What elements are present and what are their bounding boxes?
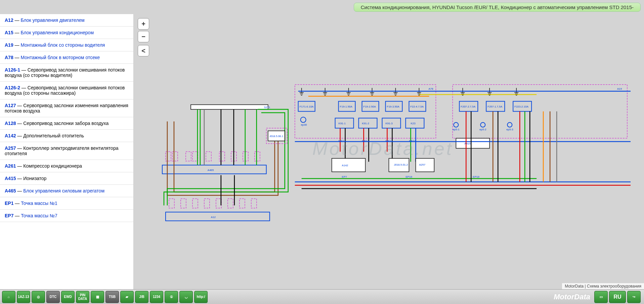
svg-rect-5 (192, 152, 198, 161)
svg-text:A12: A12 (211, 216, 216, 219)
svg-text:A465: A465 (208, 169, 214, 172)
component-code: A142 (5, 133, 16, 138)
list-item[interactable]: EP1 — Точка массы №1 (0, 197, 133, 210)
svg-rect-19 (240, 199, 245, 208)
svg-text:J018.5.06.1: J018.5.06.1 (269, 135, 284, 138)
car-location-button[interactable]: ▰ (120, 291, 134, 303)
svg-rect-17 (216, 199, 221, 208)
svg-point-69 (301, 117, 306, 123)
help-button[interactable]: ▭ (594, 291, 608, 303)
list-item[interactable]: A415 — Ионизатор (0, 172, 133, 185)
svg-rect-16 (204, 199, 210, 208)
list-item[interactable]: A12 — Блок управления двигателем (0, 14, 133, 27)
component-code: EP1 (5, 201, 13, 206)
svg-text:F22-4.7,5A: F22-4.7,5A (410, 105, 424, 108)
svg-text:ep5-2: ep5-2 (479, 128, 486, 131)
zoom-in-button[interactable]: + (138, 18, 149, 30)
list-item[interactable]: A257 — Контроллер электродвигателя венти… (0, 142, 133, 160)
list-item[interactable]: A15 — Блок управления кондиционером (0, 27, 133, 39)
component-desc: Монтажный блок в моторном отсеке (20, 55, 100, 60)
svg-rect-18 (228, 199, 233, 208)
svg-text:ME11: ME11 (339, 139, 346, 142)
svg-text:F207-2.7,5A: F207-2.7,5A (461, 105, 476, 108)
component-desc: Сервопривод заслонки смешивания потоков … (5, 67, 125, 78)
header-bar: Система кондиционирования, HYUNDAI Tucso… (0, 0, 644, 14)
home-button[interactable]: ⌂ (2, 291, 15, 303)
component-desc: Дополнительный отопитель (23, 133, 84, 138)
svg-text:F171-6.10A: F171-6.10A (300, 105, 314, 108)
svg-text:F257-1.7,5A: F257-1.7,5A (487, 105, 503, 108)
ewd-button[interactable]: EWD (61, 291, 75, 303)
svg-rect-10 (255, 152, 260, 161)
tsb-button[interactable]: TSB (105, 291, 119, 303)
svg-text:ME11: ME11 (386, 139, 393, 142)
component-desc: Блок управления двигателем (20, 17, 84, 23)
svg-rect-13 (169, 199, 174, 208)
brake-button[interactable]: ◎ (32, 291, 45, 303)
svg-rect-20 (251, 199, 257, 208)
component-code: A127 (5, 103, 16, 108)
back-button[interactable]: < (138, 45, 149, 56)
diagram-canvas[interactable]: + − < S271 A465 (134, 14, 644, 289)
component-desc: Блок управления кондиционером (20, 30, 94, 35)
svg-text:A78: A78 (428, 87, 433, 90)
exit-button[interactable]: ↪ (627, 291, 641, 303)
svg-text:A415: A415 (464, 142, 471, 145)
list-item[interactable]: A142 — Дополнительный отопитель (0, 130, 133, 142)
component-code: A261 (5, 163, 16, 169)
component-code: A15 (5, 30, 13, 35)
list-item[interactable]: A128 — Сервопривод заслонки забора возду… (0, 117, 133, 130)
zoom-out-button[interactable]: − (138, 31, 149, 42)
svg-text:A19: A19 (617, 87, 622, 90)
list-item[interactable]: A261 — Компрессор кондиционера (0, 160, 133, 172)
engine-button[interactable]: 1AZ-13 (17, 291, 30, 303)
list-item[interactable]: A126-2 — Сервопривод заслонки смешивания… (0, 82, 133, 99)
component-desc: Монтажный блок со стороны водителя (20, 42, 105, 48)
component-code: A257 (5, 145, 16, 151)
svg-text:EP19: EP19 (405, 175, 412, 178)
svg-rect-7 (219, 152, 225, 161)
grid-button[interactable]: 1234 (150, 291, 163, 303)
svg-rect-3 (172, 152, 178, 161)
list-item[interactable]: A126-1 — Сервопривод заслонки смешивания… (0, 64, 133, 82)
svg-rect-11 (162, 165, 266, 174)
list-item[interactable]: A78 — Монтажный блок в моторном отсеке (0, 51, 133, 64)
svg-point-75 (507, 123, 512, 127)
svg-rect-25 (453, 85, 627, 138)
component-code: A126-1 (5, 67, 20, 73)
component-code: EP7 (5, 213, 13, 218)
component-desc: Сервопривод заслонки изменения направлен… (5, 103, 128, 114)
pin-data-button[interactable]: PIN DATA (76, 291, 89, 303)
component-desc: Сервопривод заслонки забора воздуха (23, 121, 109, 126)
list-item[interactable]: A19 — Монтажный блок со стороны водителя (0, 39, 133, 51)
oil-button[interactable]: ◡ (179, 291, 193, 303)
list-item[interactable]: A465 — Блок управления силовым агрегатом (0, 185, 133, 197)
component-code: A19 (5, 42, 13, 48)
component-code: A128 (5, 121, 16, 126)
warning-button[interactable]: ① (165, 291, 178, 303)
svg-text:J018.5.01.2: J018.5.01.2 (394, 163, 408, 166)
bottom-toolbar: ⌂ 1AZ-13 ◎ DTC EWD PIN DATA ▦ TSB ▰ J/B … (0, 289, 644, 304)
component-code: A78 (5, 55, 13, 60)
dtc-button[interactable]: DTC (46, 291, 60, 303)
component-list[interactable]: A12 — Блок управления двигателемA15 — Бл… (0, 14, 134, 289)
language-button[interactable]: RU (609, 291, 626, 303)
svg-text:A142: A142 (342, 164, 348, 167)
list-item[interactable]: A127 — Сервопривод заслонки изменения на… (0, 99, 133, 117)
svg-text:K91-3: K91-3 (386, 122, 393, 125)
svg-text:K91-1: K91-1 (339, 122, 346, 125)
svg-text:F19-3.50A: F19-3.50A (387, 105, 400, 108)
component-code: A12 (5, 17, 13, 23)
svg-text:ep5-3: ep5-3 (506, 128, 513, 131)
svg-rect-0 (191, 105, 268, 110)
svg-text:ep5-1: ep5-1 (453, 128, 460, 131)
junction-box-button[interactable]: J/B (135, 291, 148, 303)
svg-text:F19-2.50A: F19-2.50A (363, 105, 376, 108)
component-desc: Точка массы №7 (21, 213, 57, 218)
component-code: A126-2 (5, 85, 20, 90)
svg-rect-55 (456, 138, 489, 148)
http-button[interactable]: http:/ (194, 291, 208, 303)
diagram-footer-label: MotorData | Схема электрооборудования (562, 283, 644, 289)
ecu-button[interactable]: ▦ (91, 291, 104, 303)
list-item[interactable]: EP7 — Точка массы №7 (0, 210, 133, 222)
